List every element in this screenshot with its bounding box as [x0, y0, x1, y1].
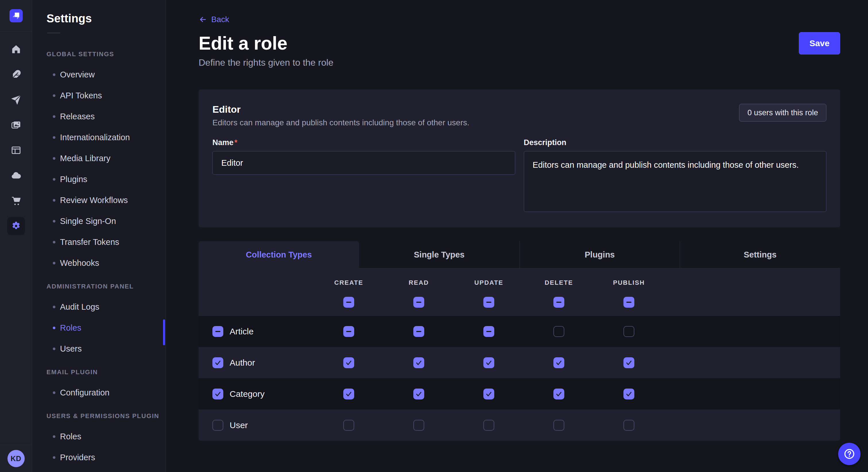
checkbox-author-create[interactable] — [343, 357, 354, 368]
strapi-logo-icon[interactable] — [9, 9, 23, 22]
help-button[interactable] — [838, 443, 861, 465]
sidebar-item-internationalization[interactable]: Internationalization — [46, 127, 166, 148]
permissions-master-row — [198, 289, 840, 315]
sidebar-item-plugins[interactable]: Plugins — [46, 169, 166, 190]
main-content: Back Edit a role Save Define the rights … — [166, 0, 868, 472]
home-icon[interactable] — [7, 37, 25, 62]
sidebar-item-roles[interactable]: Roles — [46, 317, 166, 338]
user-avatar[interactable]: KD — [7, 450, 25, 467]
master-checkbox-publish[interactable] — [623, 297, 634, 308]
description-textarea[interactable]: Editors can manage and publish contents … — [524, 151, 827, 212]
checkbox-category-create[interactable] — [343, 389, 354, 400]
scrollbar-thumb[interactable] — [163, 319, 165, 345]
sidebar-item-single-sign-on[interactable]: Single Sign-On — [46, 211, 166, 232]
checkbox-user-publish[interactable] — [623, 420, 634, 431]
checkbox-category-delete[interactable] — [553, 389, 564, 400]
sidebar-divider — [47, 33, 60, 33]
role-description-text: Editors can manage and publish contents … — [212, 118, 469, 127]
checkbox-user-create[interactable] — [343, 420, 354, 431]
sidebar-item-label: Users — [60, 344, 82, 353]
back-link[interactable]: Back — [198, 14, 229, 25]
users-count-badge[interactable]: 0 users with this role — [739, 104, 826, 122]
checkbox-article-read[interactable] — [413, 326, 424, 337]
row-checkbox-author[interactable] — [212, 357, 223, 368]
permissions-tabs: Collection TypesSingle TypesPluginsSetti… — [198, 241, 840, 268]
rail-icon-list — [7, 37, 25, 239]
bullet-icon — [53, 157, 55, 160]
checkbox-article-publish[interactable] — [623, 326, 634, 337]
tab-collection-types[interactable]: Collection Types — [198, 241, 359, 268]
cloud-icon[interactable] — [7, 163, 25, 188]
bullet-icon — [53, 392, 55, 394]
bullet-icon — [53, 73, 55, 76]
sidebar-item-api-tokens[interactable]: API Tokens — [46, 85, 166, 106]
checkbox-category-update[interactable] — [484, 389, 494, 400]
row-label: Author — [229, 358, 255, 368]
master-checkbox-create[interactable] — [343, 297, 354, 308]
bullet-icon — [53, 136, 55, 139]
name-input[interactable] — [212, 151, 515, 175]
sidebar-item-overview[interactable]: Overview — [46, 64, 166, 85]
checkbox-article-update[interactable] — [484, 326, 494, 337]
bullet-icon — [53, 347, 55, 350]
content-manager-feather-icon[interactable] — [7, 62, 25, 87]
checkbox-author-update[interactable] — [484, 357, 494, 368]
row-checkbox-category[interactable] — [212, 389, 223, 400]
marketplace-cart-icon[interactable] — [7, 188, 25, 213]
settings-sidebar: Settings GLOBAL SETTINGSOverviewAPI Toke… — [32, 0, 166, 472]
save-button[interactable]: Save — [799, 32, 840, 55]
row-label: User — [229, 420, 248, 430]
sidebar-title: Settings — [46, 12, 166, 24]
checkbox-user-update[interactable] — [484, 420, 494, 431]
master-checkbox-update[interactable] — [484, 297, 494, 308]
settings-gear-icon[interactable] — [7, 217, 25, 235]
checkbox-user-delete[interactable] — [553, 420, 564, 431]
tab-settings[interactable]: Settings — [680, 241, 840, 268]
role-details-card: Editor Editors can manage and publish co… — [198, 90, 840, 227]
section-heading-users-permissions-plugin: USERS & PERMISSIONS PLUGIN — [46, 406, 166, 426]
row-checkbox-article[interactable] — [212, 326, 223, 337]
deploy-paper-plane-icon[interactable] — [7, 87, 25, 112]
section-heading-global-settings: GLOBAL SETTINGS — [46, 44, 166, 64]
bullet-icon — [53, 435, 55, 438]
sidebar-item-audit-logs[interactable]: Audit Logs — [46, 297, 166, 317]
sidebar-item-label: Review Workflows — [60, 196, 128, 205]
tab-single-types[interactable]: Single Types — [359, 241, 520, 268]
sidebar-item-webhooks[interactable]: Webhooks — [46, 252, 166, 274]
sidebar-item-label: Transfer Tokens — [60, 237, 119, 247]
sidebar-item-label: Internationalization — [60, 133, 130, 142]
name-field: Name* — [212, 138, 515, 212]
role-card-titles: Editor Editors can manage and publish co… — [212, 104, 469, 127]
checkbox-category-read[interactable] — [413, 389, 424, 400]
row-checkbox-user[interactable] — [212, 420, 223, 431]
bullet-icon — [53, 94, 55, 97]
permission-row-user: User — [198, 409, 840, 441]
sidebar-item-providers[interactable]: Providers — [46, 447, 166, 468]
checkbox-article-delete[interactable] — [553, 326, 564, 337]
sidebar-item-releases[interactable]: Releases — [46, 106, 166, 127]
master-checkbox-read[interactable] — [413, 297, 424, 308]
tab-plugins[interactable]: Plugins — [520, 241, 680, 268]
permissions-column-labels: CREATEREADUPDATEDELETEPUBLISH — [198, 276, 840, 289]
page-header: Edit a role Save — [198, 32, 840, 55]
checkbox-user-read[interactable] — [413, 420, 424, 431]
sidebar-item-roles[interactable]: Roles — [46, 426, 166, 447]
permission-row-article: Article — [198, 316, 840, 347]
content-type-builder-layout-icon[interactable] — [7, 138, 25, 163]
checkbox-author-publish[interactable] — [623, 357, 634, 368]
sidebar-item-review-workflows[interactable]: Review Workflows — [46, 190, 166, 211]
sidebar-item-transfer-tokens[interactable]: Transfer Tokens — [46, 232, 166, 252]
row-label: Category — [229, 389, 265, 399]
checkbox-author-read[interactable] — [413, 357, 424, 368]
sidebar-item-users[interactable]: Users — [46, 338, 166, 359]
role-card-header: Editor Editors can manage and publish co… — [212, 104, 826, 127]
checkbox-article-create[interactable] — [343, 326, 354, 337]
checkbox-author-delete[interactable] — [553, 357, 564, 368]
sidebar-item-configuration[interactable]: Configuration — [46, 382, 166, 403]
media-library-images-icon[interactable] — [7, 112, 25, 138]
master-checkbox-delete[interactable] — [553, 297, 564, 308]
bullet-icon — [53, 199, 55, 202]
sidebar-section: GLOBAL SETTINGSOverviewAPI TokensRelease… — [46, 44, 166, 274]
sidebar-item-media-library[interactable]: Media Library — [46, 148, 166, 169]
checkbox-category-publish[interactable] — [623, 389, 634, 400]
